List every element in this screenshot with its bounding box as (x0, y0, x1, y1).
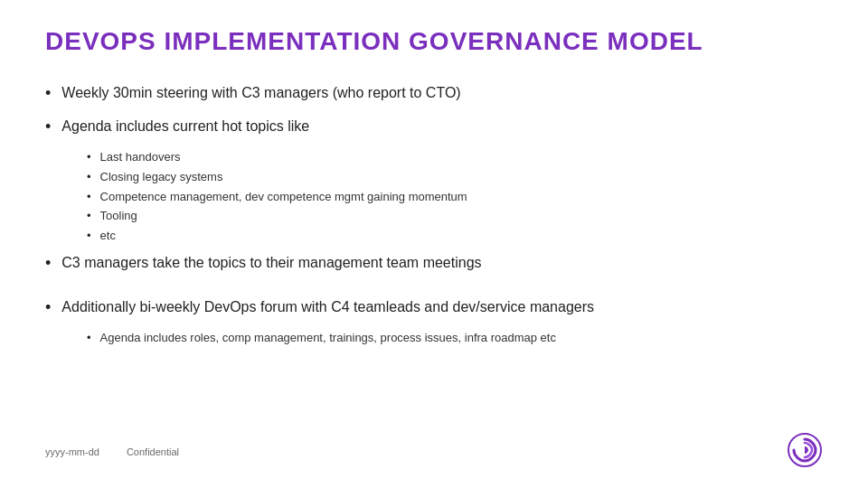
slide: DEVOPS IMPLEMENTATION GOVERNANCE MODEL •… (0, 0, 868, 488)
sub-bullet-2-1-dot: • (87, 148, 91, 167)
bullet-3-text: C3 managers take the topics to their man… (61, 251, 481, 275)
sub-bullet-2-1-text: Last handovers (100, 148, 181, 167)
bullet-2-text: Agenda includes current hot topics like (61, 115, 309, 138)
bullet-3: • C3 managers take the topics to their m… (45, 251, 823, 276)
bullet-1: • Weekly 30min steering with C3 managers… (45, 81, 823, 106)
slide-title: DEVOPS IMPLEMENTATION GOVERNANCE MODEL (45, 27, 823, 56)
bullet-1-dot: • (45, 81, 51, 106)
sub-bullet-4-1: • Agenda includes roles, comp management… (87, 329, 823, 348)
sub-bullet-2-4-text: Tooling (100, 207, 137, 226)
sub-bullet-2-5-text: etc (100, 227, 116, 246)
sub-bullet-4-1-dot: • (87, 329, 91, 348)
bullet-1-text: Weekly 30min steering with C3 managers (… (61, 81, 460, 105)
bullet-4-dot: • (45, 296, 51, 320)
sub-bullet-2-3-dot: • (87, 188, 91, 207)
bullet-3-dot: • (45, 251, 51, 276)
footer-date: yyyy-mm-dd (45, 446, 99, 457)
slide-content: • Weekly 30min steering with C3 managers… (45, 81, 823, 348)
sub-bullet-4-1-text: Agenda includes roles, comp management, … (100, 329, 556, 348)
sub-bullet-2-2-text: Closing legacy systems (100, 168, 223, 187)
footer-logo (787, 432, 823, 472)
bullet-4: • Additionally bi-weekly DevOps forum wi… (45, 296, 823, 320)
sub-bullet-2-4-dot: • (87, 207, 91, 226)
sub-bullet-2-1: • Last handovers (87, 148, 823, 167)
sub-bullet-2-5: • etc (87, 227, 823, 246)
footer: yyyy-mm-dd Confidential (45, 432, 823, 472)
sub-bullets-2: • Last handovers • Closing legacy system… (87, 148, 823, 246)
bullet-2-dot: • (45, 115, 51, 139)
sub-bullet-2-2: • Closing legacy systems (87, 168, 823, 187)
bullet-2: • Agenda includes current hot topics lik… (45, 115, 823, 139)
sub-bullet-2-3-text: Competence management, dev competence mg… (100, 188, 467, 207)
sub-bullet-2-2-dot: • (87, 168, 91, 187)
sub-bullets-4: • Agenda includes roles, comp management… (87, 329, 823, 348)
sub-bullet-2-3: • Competence management, dev competence … (87, 188, 823, 207)
footer-left: yyyy-mm-dd Confidential (45, 446, 179, 457)
sub-bullet-2-5-dot: • (87, 227, 91, 246)
sub-bullet-2-4: • Tooling (87, 207, 823, 226)
bullet-4-text: Additionally bi-weekly DevOps forum with… (61, 296, 594, 319)
footer-confidential: Confidential (127, 446, 179, 457)
